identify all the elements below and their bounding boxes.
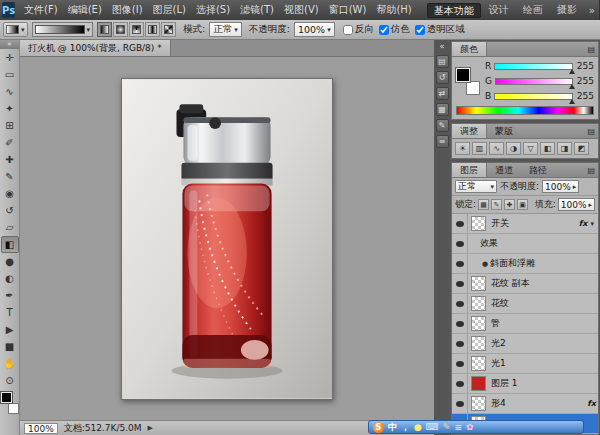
lock-image-pixels-button[interactable]: ✎ bbox=[491, 199, 502, 210]
layers-opacity-field[interactable]: 100% ▸ bbox=[542, 180, 579, 193]
layer-row-6[interactable]: 光2 bbox=[452, 334, 598, 354]
shape-tool[interactable]: ■ bbox=[1, 338, 19, 355]
status-menu-arrow-icon[interactable]: ▶ bbox=[148, 424, 153, 432]
layer-row-0[interactable]: 开关fx▾ bbox=[452, 214, 598, 234]
menu-item-2[interactable]: 图像(I) bbox=[107, 0, 148, 20]
lock-all-button[interactable]: ▣ bbox=[517, 199, 528, 210]
menu-item-5[interactable]: 滤镜(T) bbox=[235, 0, 279, 20]
r-slider-thumb[interactable] bbox=[569, 69, 575, 74]
paragraph-panel-icon[interactable]: ≡ bbox=[436, 135, 449, 148]
menu-item-1[interactable]: 编辑(E) bbox=[63, 0, 107, 20]
workspace-button-1[interactable]: 设计 bbox=[483, 3, 515, 18]
menu-item-0[interactable]: 文件(F) bbox=[19, 0, 63, 20]
tab-layers-0[interactable]: 图层 bbox=[452, 163, 487, 177]
dither-checkbox[interactable] bbox=[379, 25, 389, 35]
panel-menu-icon[interactable]: ▤ bbox=[584, 124, 598, 138]
diamond-gradient-button[interactable] bbox=[161, 22, 176, 37]
levels-adjustment-icon[interactable]: ▥ bbox=[472, 142, 487, 155]
layer-row-5[interactable]: 管 bbox=[452, 314, 598, 334]
color-spectrum-ramp[interactable] bbox=[456, 106, 594, 115]
visibility-toggle[interactable] bbox=[452, 374, 468, 393]
layer-row-7[interactable]: 光1 bbox=[452, 354, 598, 374]
visibility-toggle[interactable] bbox=[452, 214, 468, 233]
background-color-swatch[interactable] bbox=[8, 403, 19, 414]
blur-tool[interactable]: ● bbox=[1, 253, 19, 270]
eyedropper-tool[interactable]: ✐ bbox=[1, 134, 19, 151]
linear-gradient-button[interactable] bbox=[97, 22, 112, 37]
brush-tool[interactable]: ✎ bbox=[1, 168, 19, 185]
history-brush-tool[interactable]: ↺ bbox=[1, 202, 19, 219]
visibility-toggle[interactable] bbox=[452, 394, 468, 413]
info-panel-icon[interactable]: ⇄ bbox=[436, 87, 449, 100]
menu-item-4[interactable]: 选择(S) bbox=[191, 0, 235, 20]
vibrance-adjustment-icon[interactable]: ▽ bbox=[523, 142, 538, 155]
visibility-toggle[interactable] bbox=[452, 294, 468, 313]
pen-tool[interactable]: ✒ bbox=[1, 287, 19, 304]
mode-select[interactable]: 正常 ▾ bbox=[209, 22, 242, 37]
opacity-select[interactable]: 100% ▾ bbox=[294, 22, 335, 37]
move-tool[interactable]: ✛ bbox=[1, 49, 19, 66]
tab-layers-2[interactable]: 路径 bbox=[521, 163, 555, 177]
b-slider-thumb[interactable] bbox=[569, 99, 575, 104]
layers-fill-field[interactable]: 100% ▸ bbox=[558, 198, 595, 211]
menu-item-8[interactable]: 帮助(H) bbox=[371, 0, 416, 20]
type-tool[interactable]: T bbox=[1, 304, 19, 321]
hand-tool[interactable]: ✋ bbox=[1, 355, 19, 372]
g-slider[interactable] bbox=[495, 78, 573, 85]
lock-transparent-pixels-button[interactable]: ▦ bbox=[478, 199, 489, 210]
color-balance-adjustment-icon[interactable]: ◨ bbox=[557, 142, 572, 155]
workspace-button-2[interactable]: 绘画 bbox=[517, 3, 549, 18]
menu-item-7[interactable]: 窗口(W) bbox=[324, 0, 372, 20]
workspace-button-3[interactable]: 摄影 bbox=[551, 3, 583, 18]
chinese-mode-icon[interactable]: 中 bbox=[388, 421, 397, 433]
layer-row-3[interactable]: 花纹 副本 bbox=[452, 274, 598, 294]
blend-mode-select[interactable]: 正常 ▾ bbox=[455, 180, 497, 193]
healing-brush-tool[interactable]: ✚ bbox=[1, 151, 19, 168]
visibility-toggle[interactable] bbox=[452, 334, 468, 353]
angle-gradient-button[interactable] bbox=[129, 22, 144, 37]
visibility-toggle[interactable] bbox=[452, 274, 468, 293]
reverse-checkbox[interactable] bbox=[343, 25, 353, 35]
canvas[interactable] bbox=[20, 57, 434, 420]
visibility-toggle[interactable] bbox=[452, 314, 468, 333]
foreground-swatch[interactable] bbox=[456, 68, 470, 82]
visibility-toggle[interactable] bbox=[452, 254, 468, 273]
lock-position-button[interactable]: ✚ bbox=[504, 199, 515, 210]
marquee-tool[interactable]: ▭ bbox=[1, 66, 19, 83]
transparency-checkbox[interactable] bbox=[415, 25, 425, 35]
clone-stamp-tool[interactable]: ◉ bbox=[1, 185, 19, 202]
brush-panel-icon[interactable]: ✎ bbox=[436, 119, 449, 132]
lasso-tool[interactable]: ∿ bbox=[1, 83, 19, 100]
layer-row-4[interactable]: 花纹 bbox=[452, 294, 598, 314]
black-white-adjustment-icon[interactable]: ◩ bbox=[574, 142, 589, 155]
eraser-tool[interactable]: ▱ bbox=[1, 219, 19, 236]
reflected-gradient-button[interactable] bbox=[145, 22, 160, 37]
tab-layers-1[interactable]: 通道 bbox=[487, 163, 521, 177]
keyboard-icon[interactable]: ⌨ bbox=[426, 421, 439, 433]
menu-icon[interactable]: ≡ bbox=[454, 421, 462, 433]
radial-gradient-button[interactable] bbox=[113, 22, 128, 37]
history-panel-icon[interactable]: ↺ bbox=[436, 71, 449, 84]
r-slider[interactable] bbox=[494, 63, 573, 70]
zoom-tool[interactable]: ⊙ bbox=[1, 372, 19, 389]
curves-adjustment-icon[interactable]: ∿ bbox=[489, 142, 504, 155]
tool-preset-picker[interactable]: ▾ bbox=[3, 22, 28, 37]
crop-tool[interactable]: ⊞ bbox=[1, 117, 19, 134]
expand-dock-button[interactable]: « bbox=[440, 42, 445, 52]
g-slider-thumb[interactable] bbox=[569, 84, 575, 89]
panel-menu-icon[interactable]: ▤ bbox=[584, 42, 598, 56]
foreground-color-swatch[interactable] bbox=[1, 392, 12, 403]
layer-row-9[interactable]: 形4fx bbox=[452, 394, 598, 414]
fullwidth-icon[interactable]: ● bbox=[414, 421, 422, 433]
zoom-level-field[interactable]: 100% bbox=[24, 423, 58, 434]
tab-adjustments-0[interactable]: 调整 bbox=[452, 124, 487, 138]
character-panel-icon[interactable]: ▦ bbox=[436, 103, 449, 116]
tab-color[interactable]: 颜色 bbox=[452, 42, 487, 56]
layer-row-2[interactable]: ●斜面和浮雕 bbox=[452, 254, 598, 274]
workspace-overflow-button[interactable]: » bbox=[585, 5, 599, 16]
background-swatch[interactable] bbox=[466, 81, 480, 95]
visibility-toggle[interactable] bbox=[452, 354, 468, 373]
path-select-tool[interactable]: ▶ bbox=[1, 321, 19, 338]
dodge-tool[interactable]: ◐ bbox=[1, 270, 19, 287]
punctuation-icon[interactable]: ， bbox=[401, 421, 410, 433]
